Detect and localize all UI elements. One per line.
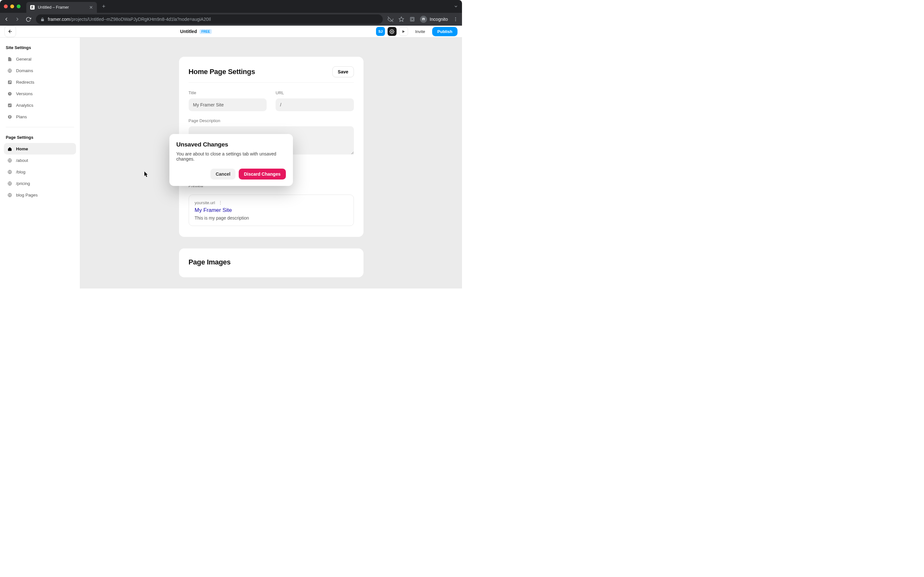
window-close-icon[interactable] xyxy=(4,5,8,8)
new-tab-button[interactable]: + xyxy=(102,3,105,10)
svg-point-10 xyxy=(391,31,393,32)
user-avatar-button[interactable]: SJ xyxy=(376,27,385,36)
sidebar-item-label: Plans xyxy=(16,114,27,119)
sidebar-item-label: blog Pages xyxy=(16,193,38,197)
svg-marker-1 xyxy=(399,17,404,21)
panel-title: Home Page Settings xyxy=(189,68,255,76)
svg-rect-15 xyxy=(8,103,11,107)
home-icon xyxy=(7,146,12,151)
sidebar-heading-site: Site Settings xyxy=(4,43,76,53)
browser-menu-icon[interactable] xyxy=(452,16,459,23)
nav-back-icon[interactable] xyxy=(3,16,10,23)
tab-favicon-icon: F xyxy=(30,5,35,10)
globe-icon xyxy=(7,68,12,73)
svg-point-4 xyxy=(422,19,423,20)
url-text: framer.com/projects/Untitled--mZ98oDWaPJ… xyxy=(48,17,211,22)
window-maximize-icon[interactable] xyxy=(17,5,21,8)
incognito-icon xyxy=(420,16,427,23)
eye-off-icon[interactable] xyxy=(387,16,394,23)
globe-icon xyxy=(7,192,12,197)
url-field-label: URL xyxy=(276,90,354,95)
sidebar-item-label: Redirects xyxy=(16,80,34,85)
sidebar-item-label: Home xyxy=(16,147,28,151)
description-field-label: Page Description xyxy=(189,118,354,123)
globe-icon xyxy=(7,181,12,186)
sidebar-item-analytics[interactable]: Analytics xyxy=(4,99,76,111)
sidebar-item-domains[interactable]: Domains xyxy=(4,65,76,76)
browser-tab[interactable]: F Untitled – Framer ✕ xyxy=(26,2,97,13)
svg-point-8 xyxy=(455,20,456,21)
browser-address-bar: framer.com/projects/Untitled--mZ98oDWaPJ… xyxy=(0,13,462,26)
app-topbar: Untitled FREE SJ Invite Publish xyxy=(0,26,462,37)
sidebar-item-redirects[interactable]: Redirects xyxy=(4,76,76,88)
cancel-button[interactable]: Cancel xyxy=(210,169,236,179)
preview-title: My Framer Site xyxy=(195,207,348,213)
project-title: Untitled xyxy=(180,29,197,34)
lock-icon xyxy=(40,17,45,21)
sidebar-item-label: Domains xyxy=(16,68,33,73)
tab-close-icon[interactable]: ✕ xyxy=(89,5,93,10)
modal-body: You are about to close a settings tab wi… xyxy=(176,151,286,161)
sidebar-item-plans[interactable]: Plans xyxy=(4,111,76,122)
bookmark-star-icon[interactable] xyxy=(398,16,405,23)
play-icon xyxy=(401,29,405,34)
chart-icon xyxy=(7,103,12,108)
file-icon xyxy=(7,56,12,61)
invite-button[interactable]: Invite xyxy=(411,27,430,36)
sidebar-heading-page: Page Settings xyxy=(4,133,76,143)
plan-badge: FREE xyxy=(200,29,212,34)
modal-title: Unsaved Changes xyxy=(176,141,286,148)
discard-changes-button[interactable]: Discard Changes xyxy=(239,169,286,179)
preview-menu-icon: ⋮ xyxy=(218,200,223,205)
sidebar-item-page-blog[interactable]: /blog xyxy=(4,166,76,177)
settings-button[interactable] xyxy=(388,27,397,36)
browser-tab-strip: F Untitled – Framer ✕ + xyxy=(0,0,462,13)
gear-icon xyxy=(389,29,394,34)
svg-rect-3 xyxy=(411,18,414,21)
svg-point-5 xyxy=(424,19,425,20)
sidebar-item-label: /pricing xyxy=(16,181,30,186)
sidebar-item-label: Analytics xyxy=(16,103,33,108)
unsaved-changes-modal: Unsaved Changes You are about to close a… xyxy=(170,134,293,186)
url-input[interactable]: framer.com/projects/Untitled--mZ98oDWaPJ… xyxy=(36,15,383,24)
page-images-panel: Page Images xyxy=(179,248,363,277)
sidebar-item-general[interactable]: General xyxy=(4,53,76,65)
svg-rect-2 xyxy=(410,17,414,21)
window-minimize-icon[interactable] xyxy=(10,5,14,8)
svg-point-7 xyxy=(455,19,456,20)
incognito-label: Incognito xyxy=(430,17,448,22)
sidebar-item-label: General xyxy=(16,57,31,61)
clock-icon xyxy=(7,91,12,96)
tabs-overflow-icon[interactable] xyxy=(454,4,458,9)
title-input[interactable] xyxy=(189,98,267,111)
sidebar-item-label: Versions xyxy=(16,91,33,96)
sidebar-item-versions[interactable]: Versions xyxy=(4,88,76,99)
sidebar-item-page-about[interactable]: /about xyxy=(4,155,76,166)
publish-button[interactable]: Publish xyxy=(432,27,457,36)
preview-url: yoursite.url xyxy=(195,200,215,205)
nav-forward-icon[interactable] xyxy=(14,16,21,23)
dollar-icon xyxy=(7,114,12,119)
url-input-field[interactable] xyxy=(276,98,354,111)
incognito-indicator[interactable]: Incognito xyxy=(420,16,448,23)
sidebar-item-page-home[interactable]: Home xyxy=(4,143,76,155)
extensions-icon[interactable] xyxy=(409,16,415,23)
sidebar-item-label: /blog xyxy=(16,169,25,174)
sidebar-item-page-blogpages[interactable]: blog Pages xyxy=(4,189,76,201)
globe-icon xyxy=(7,169,12,174)
svg-point-6 xyxy=(455,17,456,18)
preview-button[interactable] xyxy=(399,27,408,36)
redirect-icon xyxy=(7,79,12,85)
tab-title: Untitled – Framer xyxy=(38,5,69,10)
window-traffic-lights xyxy=(4,5,21,8)
save-button[interactable]: Save xyxy=(333,66,354,77)
sidebar-item-label: /about xyxy=(16,158,28,163)
sidebar-item-page-pricing[interactable]: /pricing xyxy=(4,177,76,189)
svg-marker-11 xyxy=(403,30,405,33)
globe-icon xyxy=(7,158,12,163)
nav-reload-icon[interactable] xyxy=(25,16,31,23)
search-preview-card: yoursite.url ⋮ My Framer Site This is my… xyxy=(189,195,354,226)
settings-sidebar: Site Settings GeneralDomainsRedirectsVer… xyxy=(0,37,80,288)
panel-title-images: Page Images xyxy=(189,258,354,266)
back-button[interactable] xyxy=(5,26,16,37)
